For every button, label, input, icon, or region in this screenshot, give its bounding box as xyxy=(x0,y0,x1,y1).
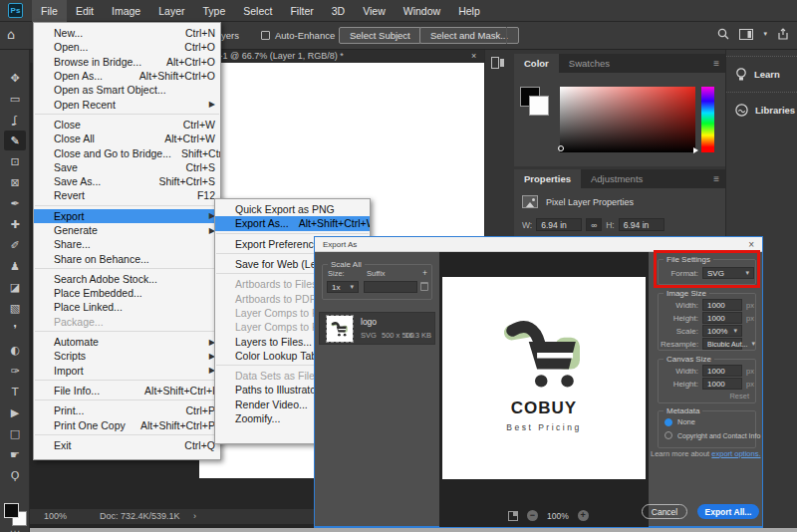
pen-tool-icon[interactable]: ✑ xyxy=(4,361,26,381)
rectangle-tool-icon[interactable]: □ xyxy=(4,423,26,443)
gradient-tool-icon[interactable]: ▧ xyxy=(4,298,26,318)
path-selection-tool-icon[interactable]: ▶ xyxy=(4,402,26,422)
metadata-none-option[interactable]: None xyxy=(677,417,695,426)
home-icon[interactable]: ⌂ xyxy=(7,27,15,42)
menu-item-print[interactable]: Print...Ctrl+P xyxy=(34,403,220,417)
metadata-copyright-option[interactable]: Copyright and Contact Info xyxy=(677,432,760,439)
tab-close-icon[interactable]: × xyxy=(471,51,476,61)
frame-tool-icon[interactable]: ⊠ xyxy=(4,172,26,192)
menu-item-package[interactable]: Package... xyxy=(34,315,220,329)
photoshop-logo[interactable]: Ps xyxy=(8,3,23,18)
preview-canvas[interactable]: COBUY Best Pricing xyxy=(442,277,646,479)
size-select[interactable]: 1x▾ xyxy=(327,281,359,293)
canvas-width-input[interactable]: 1000 xyxy=(702,365,742,377)
crop-tool-icon[interactable]: ⊡ xyxy=(4,151,26,171)
color-picker-marker[interactable] xyxy=(558,145,564,151)
layer-height-field[interactable]: 6.94 in xyxy=(619,218,664,231)
tab-swatches[interactable]: Swatches xyxy=(559,54,620,73)
auto-enhance-checkbox[interactable]: Auto-Enhance xyxy=(261,30,335,41)
menu-item-quick-export-as-png[interactable]: Quick Export as PNG xyxy=(215,202,370,216)
layer-width-field[interactable]: 6.94 in xyxy=(536,218,582,231)
menu-item-exit[interactable]: ExitCtrl+Q xyxy=(34,438,220,452)
menu-item-place-embedded[interactable]: Place Embedded... xyxy=(34,286,220,300)
status-zoom[interactable]: 100% xyxy=(44,511,67,521)
menubar-item-help[interactable]: Help xyxy=(449,0,489,22)
menu-item-browse-in-bridge[interactable]: Browse in Bridge...Alt+Ctrl+O xyxy=(34,55,220,69)
menu-item-export[interactable]: Export▶ xyxy=(34,209,220,223)
lasso-tool-icon[interactable]: ʆ xyxy=(4,110,26,130)
menu-item-automate[interactable]: Automate▶ xyxy=(34,335,220,349)
link-dimensions-icon[interactable]: ∞ xyxy=(586,218,602,231)
menubar-item-type[interactable]: Type xyxy=(193,0,234,22)
rail-item-learn[interactable]: Learn xyxy=(726,56,797,92)
dodge-tool-icon[interactable]: ◐ xyxy=(4,340,26,360)
workspace-icon[interactable] xyxy=(739,29,753,40)
tab-color[interactable]: Color xyxy=(514,54,559,73)
search-icon[interactable] xyxy=(717,28,729,40)
panel-menu-icon[interactable]: ≡ xyxy=(713,169,725,188)
color-saturation-field[interactable] xyxy=(560,87,695,152)
image-height-input[interactable]: 1000 xyxy=(702,312,742,324)
scale-select[interactable]: 100%▾ xyxy=(702,325,742,337)
menu-item-search-adobe-stock[interactable]: Search Adobe Stock... xyxy=(34,272,220,286)
menu-item-place-linked[interactable]: Place Linked... xyxy=(34,300,220,314)
rail-item-libraries[interactable]: Libraries xyxy=(726,92,797,128)
menu-item-revert[interactable]: RevertF12 xyxy=(34,188,220,202)
export-options-link[interactable]: export options. xyxy=(711,449,760,458)
spot-healing-brush-tool-icon[interactable]: ✚ xyxy=(4,214,26,234)
menu-item-open-as[interactable]: Open As...Alt+Shift+Ctrl+O xyxy=(34,69,220,83)
menu-item-print-one-copy[interactable]: Print One CopyAlt+Shift+Ctrl+P xyxy=(34,417,220,431)
hue-slider[interactable] xyxy=(701,87,714,152)
menu-item-open-recent[interactable]: Open Recent▶ xyxy=(34,97,220,111)
canvas-height-input[interactable]: 1000 xyxy=(702,378,742,390)
menu-item-close-all[interactable]: Close AllAlt+Ctrl+W xyxy=(34,132,220,145)
menubar-item-view[interactable]: View xyxy=(354,0,395,22)
menubar-item-image[interactable]: Image xyxy=(103,0,149,22)
zoom-in-icon[interactable]: + xyxy=(578,510,589,521)
menu-item-new[interactable]: New...Ctrl+N xyxy=(34,26,220,40)
menu-item-share[interactable]: Share... xyxy=(34,237,220,251)
add-scale-icon[interactable]: + xyxy=(422,268,427,278)
menu-item-close[interactable]: CloseCtrl+W xyxy=(34,118,220,132)
delete-scale-icon[interactable] xyxy=(420,282,428,291)
menu-item-share-on-behance[interactable]: Share on Behance... xyxy=(34,251,220,265)
menubar-item-edit[interactable]: Edit xyxy=(67,0,103,22)
brush-tool-icon[interactable]: ✐ xyxy=(4,235,26,255)
move-tool-icon[interactable]: ✥ xyxy=(4,68,26,88)
tab-adjustments[interactable]: Adjustments xyxy=(581,169,653,188)
foreground-color-swatch[interactable] xyxy=(4,503,19,518)
select-and-mask-button[interactable]: Select and Mask... xyxy=(419,27,519,44)
clone-stamp-tool-icon[interactable]: ♟ xyxy=(4,256,26,276)
image-width-input[interactable]: 1000 xyxy=(702,299,742,311)
zoom-tool-icon[interactable]: Ϙ xyxy=(4,465,26,485)
menu-item-generate[interactable]: Generate▶ xyxy=(34,223,220,237)
menubar-item-filter[interactable]: Filter xyxy=(281,0,322,22)
collapse-panels-icon[interactable] xyxy=(491,57,504,69)
menubar-item-file[interactable]: File xyxy=(32,0,67,22)
select-subject-button[interactable]: Select Subject xyxy=(339,27,421,44)
status-chevron-icon[interactable]: › xyxy=(193,511,196,521)
tab-properties[interactable]: Properties xyxy=(514,169,581,188)
hand-tool-icon[interactable]: ☛ xyxy=(4,444,26,464)
menubar-item-layer[interactable]: Layer xyxy=(149,0,193,22)
preview-zoom-level[interactable]: 100% xyxy=(547,511,569,521)
export-all-button[interactable]: Export All... xyxy=(697,504,759,519)
eyedropper-tool-icon[interactable]: ✒ xyxy=(4,193,26,213)
rectangular-marquee-tool-icon[interactable]: ▭ xyxy=(4,89,26,109)
type-tool-icon[interactable]: T xyxy=(4,382,26,401)
menu-item-open[interactable]: Open...Ctrl+O xyxy=(34,40,220,54)
menu-item-open-as-smart-object[interactable]: Open as Smart Object... xyxy=(34,83,220,97)
menu-item-save-as[interactable]: Save As...Shift+Ctrl+S xyxy=(34,174,220,188)
menu-item-save[interactable]: SaveCtrl+S xyxy=(34,160,220,174)
dialog-close-icon[interactable]: × xyxy=(748,239,754,250)
resample-select[interactable]: Bicubic Aut...▾ xyxy=(702,338,742,350)
menu-item-scripts[interactable]: Scripts▶ xyxy=(34,349,220,363)
menu-item-export-as[interactable]: Export As...Alt+Shift+Ctrl+W xyxy=(215,216,370,230)
menubar-item-window[interactable]: Window xyxy=(395,0,449,22)
radio-copyright-icon[interactable] xyxy=(664,431,672,439)
menu-item-file-info[interactable]: File Info...Alt+Shift+Ctrl+I xyxy=(34,384,220,398)
share-icon[interactable] xyxy=(777,28,789,40)
menu-item-close-and-go-to-bridge[interactable]: Close and Go to Bridge...Shift+Ctrl+W xyxy=(34,145,220,159)
fit-screen-icon[interactable] xyxy=(508,511,518,521)
radio-none-icon[interactable] xyxy=(664,418,672,426)
